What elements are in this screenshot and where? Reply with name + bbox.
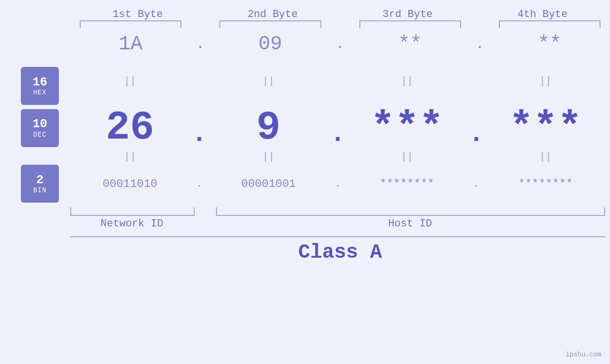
hex-badge: 16 HEX	[21, 67, 59, 105]
hex-dot3: .	[470, 37, 489, 52]
bracket-b4	[489, 20, 610, 28]
bin-b3: ********	[347, 177, 467, 190]
dec-row-container: 10 DEC 26 . 9 . *** . ***	[0, 105, 610, 151]
bin-value-row: 00011010 . 00001001 . ******** . *******…	[70, 177, 610, 190]
id-labels-row: Network ID Host ID	[0, 218, 610, 230]
bracket-line-b3	[359, 20, 461, 28]
dec-b4: ***	[486, 105, 605, 151]
dec-b1: 26	[70, 105, 190, 151]
host-id-label: Host ID	[215, 218, 605, 230]
bin-b2: 00001001	[209, 177, 328, 190]
network-id-label: Network ID	[70, 218, 194, 230]
hex-badge-container: 16 HEX	[0, 57, 70, 105]
eq-b2: ||	[209, 75, 328, 87]
bin-badge-container: 2 BIN	[0, 165, 70, 203]
hex-dot2: .	[331, 37, 350, 52]
dec-badge-container: 10 DEC	[0, 109, 70, 147]
hex-section: 1A . 09 . ** . **	[0, 33, 610, 56]
eq-b3: ||	[347, 75, 467, 87]
hex-b3: **	[350, 33, 470, 56]
eq-dec-b4: ||	[486, 151, 605, 163]
bracket-b1	[70, 20, 191, 28]
bracket-b3	[350, 20, 470, 28]
dec-eq-row: || || || ||	[0, 151, 610, 163]
dec-b2: 9	[209, 105, 328, 151]
eq-row-hex: || || || ||	[70, 75, 610, 87]
eq-b1: ||	[70, 75, 190, 87]
main-container: 1st Byte 2nd Byte 3rd Byte 4th Byte 1A	[0, 0, 610, 364]
hex-value-row: 1A . 09 . ** . **	[0, 33, 610, 56]
class-label-row: Class A	[0, 241, 610, 264]
host-bracket	[216, 207, 605, 216]
hex-b4: **	[489, 33, 610, 56]
eq-row-dec: || || || ||	[70, 151, 610, 163]
eq-dec-b2: ||	[209, 151, 328, 163]
hex-b2: 09	[210, 33, 330, 56]
dec-dot1: .	[190, 121, 209, 151]
hex-dot1: .	[191, 37, 210, 52]
eq-b4: ||	[486, 75, 605, 87]
dec-b3: ***	[347, 105, 467, 151]
class-label: Class A	[298, 241, 382, 264]
dec-badge: 10 DEC	[21, 109, 59, 147]
content-area: 1A . 09 . ** . ** 16 HEX	[0, 28, 610, 364]
bracket-line-b2	[219, 20, 321, 28]
full-bottom-bracket	[70, 236, 605, 237]
hex-badge-eq-row: 16 HEX || || || ||	[0, 57, 610, 105]
bracket-line-b1	[80, 20, 181, 28]
byte3-label: 3rd Byte	[340, 9, 475, 20]
bin-dot3: .	[467, 178, 486, 189]
network-bracket	[70, 207, 195, 216]
bracket-line-b4	[499, 20, 601, 28]
bin-b4: ********	[486, 177, 605, 190]
bin-b1: 00011010	[70, 177, 190, 190]
bracket-b2	[210, 20, 330, 28]
dec-value-row: 26 . 9 . *** . ***	[70, 105, 610, 151]
dec-dot2: .	[328, 121, 347, 151]
byte-labels-row: 1st Byte 2nd Byte 3rd Byte 4th Byte	[0, 0, 610, 20]
bin-row-container: 2 BIN 00011010 . 00001001 . ******** . *	[0, 165, 610, 203]
bin-dot1: .	[190, 178, 209, 189]
labels-gap	[196, 218, 215, 230]
bottom-bracket-row	[0, 207, 610, 216]
bin-badge: 2 BIN	[21, 165, 59, 203]
bin-dot2: .	[328, 178, 347, 189]
eq-dec-b1: ||	[70, 151, 190, 163]
top-brackets	[0, 20, 610, 28]
byte4-label: 4th Byte	[475, 9, 610, 20]
hex-b1: 1A	[70, 33, 191, 56]
watermark: ipshu.com	[565, 351, 601, 358]
bracket-gap	[197, 207, 216, 216]
byte2-label: 2nd Byte	[205, 9, 340, 20]
byte1-label: 1st Byte	[70, 9, 205, 20]
eq-dec-b3: ||	[347, 151, 467, 163]
dec-dot3: .	[467, 121, 486, 151]
